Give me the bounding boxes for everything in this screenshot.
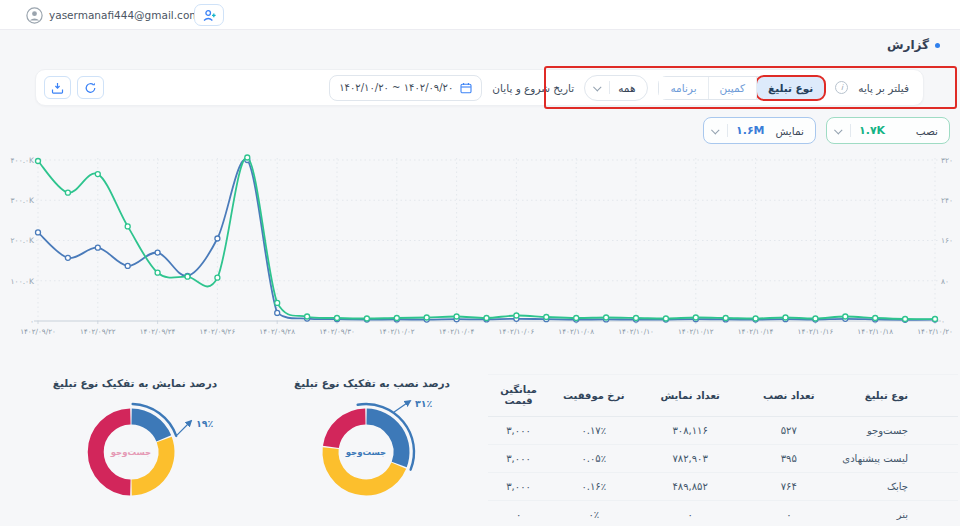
data-point[interactable] <box>95 245 100 250</box>
data-point[interactable] <box>335 316 340 321</box>
donut-segment-لیست پیشنهادی[interactable] <box>331 417 366 447</box>
data-point[interactable] <box>723 316 728 321</box>
ad-type-report-table: نوع تبلیغتعداد نصبتعداد نمایشنرخ موفقیتم… <box>488 374 958 526</box>
svg-text:۱۴۰۲/۱۰/۰۶: ۱۴۰۲/۱۰/۰۶ <box>499 327 535 336</box>
data-point[interactable] <box>155 250 160 255</box>
data-point[interactable] <box>155 270 160 275</box>
value-cell: ۰ <box>638 501 741 526</box>
table-row: لیست پیشنهادی۳۹۵۷۸۲,۹۰۳۰.۰۵٪۳,۰۰۰ <box>488 445 958 473</box>
person-circle-icon <box>26 7 43 24</box>
svg-text:۱۴۰۲/۰۹/۲۴: ۱۴۰۲/۰۹/۲۴ <box>140 327 176 336</box>
callout-percentage: ۳۱٪ <box>415 398 433 409</box>
data-point[interactable] <box>634 316 639 321</box>
svg-text:۱۴۰۲/۰۹/۲۸: ۱۴۰۲/۰۹/۲۸ <box>259 327 295 336</box>
data-point[interactable] <box>125 224 130 229</box>
data-point[interactable] <box>783 315 788 320</box>
value-cell: ۳,۰۰۰ <box>488 417 549 445</box>
svg-text:۱۶۰: ۱۶۰ <box>941 236 953 245</box>
chevron-down-icon <box>711 126 719 134</box>
svg-text:۴۰۰.۰K: ۴۰۰.۰K <box>11 156 35 165</box>
svg-text:۱۴۰۲/۱۰/۲۰: ۱۴۰۲/۱۰/۲۰ <box>917 327 953 336</box>
data-point[interactable] <box>394 316 399 321</box>
left-axis-labels: ۰۱۰۰.۰K۲۰۰.۰K۳۰۰.۰K۴۰۰.۰K <box>11 156 35 326</box>
svg-text:۱۴۰۲/۱۰/۱۸: ۱۴۰۲/۱۰/۱۸ <box>857 327 893 336</box>
segment-app[interactable]: برنامه <box>659 77 708 99</box>
scope-dropdown[interactable]: همه <box>584 75 648 101</box>
data-point[interactable] <box>185 274 190 279</box>
donut-center-label: جست‌وجو <box>110 447 152 458</box>
data-point[interactable] <box>125 263 130 268</box>
filter-bar: فیلتر بر پایه i نوع تبلیغ کمپین برنامه ه… <box>35 69 924 106</box>
donut-segment-جست‌وجو[interactable] <box>132 417 164 439</box>
segment-campaign[interactable]: کمپین <box>709 77 757 99</box>
ad-type-cell: بنر <box>836 501 958 526</box>
add-user-button[interactable] <box>194 4 224 26</box>
data-point[interactable] <box>275 300 280 305</box>
info-icon[interactable]: i <box>835 81 848 94</box>
donut-segment-جست‌وجو[interactable] <box>367 417 402 465</box>
callout-line <box>394 401 410 412</box>
views-donut-chart: ۱۹٪جست‌وجو <box>20 392 260 522</box>
data-point[interactable] <box>484 316 489 321</box>
data-point[interactable] <box>215 275 220 280</box>
data-point[interactable] <box>813 316 818 321</box>
installs-label: نصب <box>916 125 938 137</box>
svg-text:۲۴۰: ۲۴۰ <box>941 196 953 205</box>
svg-text:۱۴۰۲/۰۹/۳۰: ۱۴۰۲/۰۹/۳۰ <box>319 327 355 336</box>
value-cell: ۳,۰۰۰ <box>488 473 549 501</box>
download-report-button[interactable] <box>44 76 71 99</box>
refresh-icon <box>84 82 97 94</box>
data-point[interactable] <box>245 155 250 160</box>
data-point[interactable] <box>544 315 549 320</box>
segment-ad-type[interactable]: نوع تبلیغ <box>757 77 824 99</box>
data-point[interactable] <box>95 172 100 177</box>
chevron-down-icon <box>593 83 601 91</box>
data-point[interactable] <box>514 313 519 318</box>
x-axis-labels: ۱۴۰۲/۰۹/۲۰۱۴۰۲/۰۹/۲۲۱۴۰۲/۰۹/۲۴۱۴۰۲/۰۹/۲۶… <box>20 327 953 336</box>
scope-dropdown-value: همه <box>618 82 635 94</box>
svg-text:۰: ۰ <box>30 317 34 326</box>
value-cell: ۷۶۴ <box>742 473 836 501</box>
data-point[interactable] <box>36 159 41 164</box>
data-point[interactable] <box>574 316 579 321</box>
table-row: چابک۷۶۴۴۸۹,۸۵۲۰.۱۶٪۳,۰۰۰ <box>488 473 958 501</box>
data-point[interactable] <box>215 236 220 241</box>
data-point[interactable] <box>36 230 41 235</box>
account-menu[interactable]: yasermanafi444@gmail.com <box>26 0 212 30</box>
refresh-button[interactable] <box>77 76 104 99</box>
value-cell: ۰.۱۶٪ <box>549 473 638 501</box>
download-icon <box>51 82 64 94</box>
svg-text:۱۴۰۲/۰۹/۲۶: ۱۴۰۲/۰۹/۲۶ <box>200 327 236 336</box>
date-range-picker[interactable]: ۱۴۰۲/۱۰/۲۰ ~ ۱۴۰۲/۰۹/۲۰ <box>329 75 482 101</box>
callout-line <box>177 421 191 435</box>
data-point[interactable] <box>604 315 609 320</box>
data-point[interactable] <box>843 314 848 319</box>
data-point[interactable] <box>903 317 908 322</box>
value-cell: ۰.۰۵٪ <box>549 445 638 473</box>
data-point[interactable] <box>663 316 668 321</box>
value-cell: ۰٪ <box>549 501 638 526</box>
data-point[interactable] <box>65 190 70 195</box>
svg-text:۱۴۰۲/۱۰/۱۰: ۱۴۰۲/۱۰/۱۰ <box>618 327 654 336</box>
data-point[interactable] <box>65 255 70 260</box>
svg-text:۱۴۰۲/۰۹/۲۲: ۱۴۰۲/۰۹/۲۲ <box>80 327 116 336</box>
chart-grid <box>34 158 941 324</box>
data-point[interactable] <box>693 315 698 320</box>
report-actions <box>44 76 104 99</box>
data-point[interactable] <box>753 316 758 321</box>
svg-text:۸۰: ۸۰ <box>941 277 949 286</box>
svg-text:۰: ۰ <box>941 317 945 326</box>
value-cell: ۵۲۷ <box>742 417 836 445</box>
data-point[interactable] <box>275 310 280 315</box>
filter-by-label: فیلتر بر پایه <box>858 82 909 94</box>
person-add-icon <box>202 9 217 22</box>
data-point[interactable] <box>933 317 938 322</box>
data-point[interactable] <box>454 314 459 319</box>
svg-text:۱۴۰۲/۰۹/۲۰: ۱۴۰۲/۰۹/۲۰ <box>20 327 56 336</box>
data-point[interactable] <box>424 315 429 320</box>
report-dashboard: yasermanafi444@gmail.com گزارش <box>0 0 960 526</box>
data-point[interactable] <box>305 314 310 319</box>
data-point[interactable] <box>364 316 369 321</box>
svg-text:۳۲۰: ۳۲۰ <box>941 156 953 165</box>
data-point[interactable] <box>873 316 878 321</box>
